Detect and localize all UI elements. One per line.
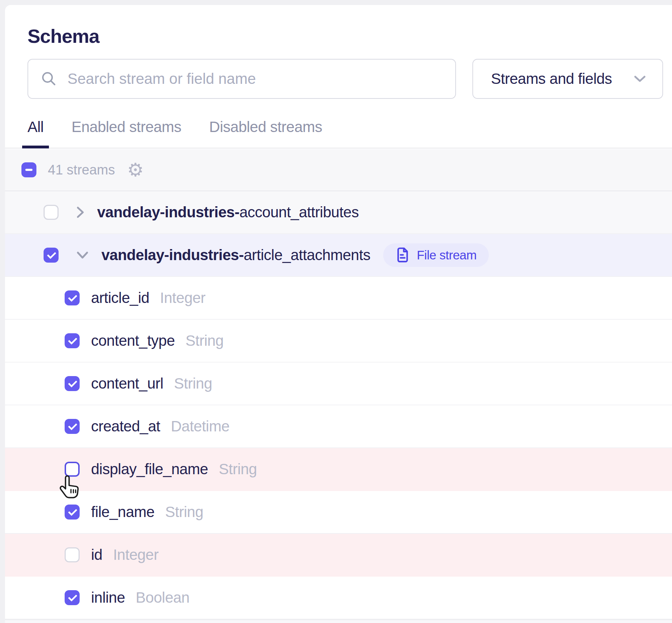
field-type: String xyxy=(219,461,257,478)
expand-toggle[interactable] xyxy=(76,206,85,219)
badge-label: File stream xyxy=(417,248,477,262)
field-name: content_url xyxy=(91,375,163,392)
stream-row[interactable]: vandelay-industries-account_attributes xyxy=(5,191,672,234)
field-name: display_file_name xyxy=(91,461,208,478)
field-checkbox[interactable] xyxy=(65,505,80,520)
field-row[interactable]: article_id Integer xyxy=(5,277,672,320)
expand-toggle[interactable] xyxy=(76,250,89,260)
schema-screen: Schema Streams and fields All Enabled st… xyxy=(0,0,672,623)
field-type: Boolean xyxy=(136,589,190,606)
stream-checkbox[interactable] xyxy=(44,248,59,263)
chevron-down-icon xyxy=(76,250,89,260)
stream-checkbox[interactable] xyxy=(44,205,59,220)
tab-all[interactable]: All xyxy=(22,118,49,148)
field-name: created_at xyxy=(91,418,160,435)
field-checkbox[interactable] xyxy=(65,376,80,391)
field-type: String xyxy=(174,375,212,392)
field-checkbox[interactable] xyxy=(65,547,80,562)
gear-icon[interactable]: ⚙ xyxy=(127,161,144,179)
field-row[interactable]: inline Boolean xyxy=(5,577,672,619)
field-row[interactable]: content_url String xyxy=(5,363,672,405)
field-checkbox[interactable] xyxy=(65,290,80,305)
field-name: inline xyxy=(91,589,125,606)
chevron-down-icon xyxy=(633,75,647,83)
field-name: article_id xyxy=(91,289,149,307)
field-row[interactable]: display_file_name String xyxy=(5,448,672,491)
tab-bar: All Enabled streams Disabled streams xyxy=(5,114,672,148)
file-stream-badge: File stream xyxy=(383,243,489,267)
search-input[interactable] xyxy=(67,70,445,88)
tab-disabled-streams[interactable]: Disabled streams xyxy=(204,118,327,148)
field-name: file_name xyxy=(91,503,155,521)
tab-enabled-streams[interactable]: Enabled streams xyxy=(66,118,187,148)
filter-dropdown[interactable]: Streams and fields xyxy=(472,59,663,99)
field-row[interactable]: id Integer xyxy=(5,534,672,577)
stream-name: vandelay-industries-account_attributes xyxy=(97,204,359,221)
field-checkbox[interactable] xyxy=(65,333,80,348)
field-type: String xyxy=(186,332,224,349)
field-row[interactable]: file_name String xyxy=(5,491,672,534)
stream-row[interactable]: vandelay-industries-article_attachments … xyxy=(5,234,672,277)
search-icon xyxy=(41,71,57,87)
stream-name: vandelay-industries-article_attachments xyxy=(101,247,370,264)
stream-list: vandelay-industries-account_attributes v… xyxy=(5,191,672,619)
chevron-right-icon xyxy=(76,206,85,219)
select-all-checkbox[interactable] xyxy=(21,162,36,177)
field-row[interactable]: content_type String xyxy=(5,320,672,363)
field-type: Integer xyxy=(113,546,159,563)
field-row[interactable]: created_at Datetime xyxy=(5,405,672,448)
field-checkbox[interactable] xyxy=(65,419,80,434)
field-type: String xyxy=(165,503,204,521)
field-name: content_type xyxy=(91,332,175,349)
next-row-sliver xyxy=(5,619,672,623)
field-type: Datetime xyxy=(171,418,229,435)
field-checkbox[interactable] xyxy=(65,590,80,605)
filter-dropdown-value: Streams and fields xyxy=(491,70,633,87)
file-icon xyxy=(395,247,410,263)
field-type: Integer xyxy=(160,289,205,307)
field-name: id xyxy=(91,546,102,563)
search-box[interactable] xyxy=(27,59,456,99)
page-title: Schema xyxy=(27,25,99,47)
schema-card: Schema Streams and fields All Enabled st… xyxy=(5,5,672,623)
field-checkbox[interactable] xyxy=(65,462,80,477)
streams-toolbar: 41 streams ⚙ xyxy=(5,149,672,191)
stream-count: 41 streams xyxy=(48,162,115,178)
